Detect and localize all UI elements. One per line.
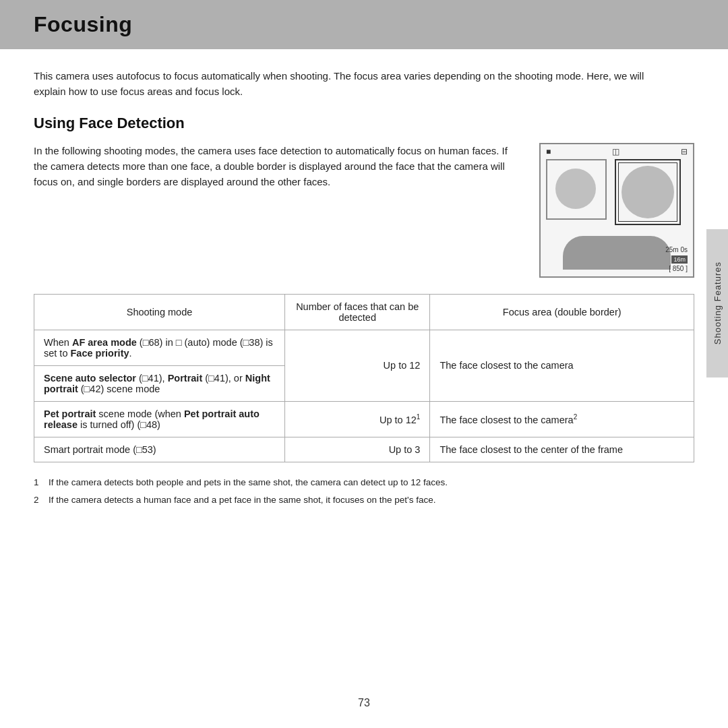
lcd-top-bar: ■ ◫ ⊟ [541,144,693,159]
lcd-shots: [ 850 ] [665,264,688,274]
table-row: Pet portrait scene mode (when Pet portra… [34,401,694,437]
intro-paragraph: This camera uses autofocus to focus auto… [34,68,654,100]
face-detection-table: Shooting mode Number of faces that can b… [34,294,694,462]
bold-af-area: AF area mode [72,337,137,348]
lcd-bottom-info: 25m 0s 16m [ 850 ] [665,245,688,274]
focus-area-cell-2: The face closest to the camera2 [430,401,694,437]
footnote-num-2: 2 [34,493,44,508]
sidebar-label-text: Shooting Features [712,262,723,344]
table-row: Smart portrait mode (□53) Up to 3 The fa… [34,437,694,462]
lcd-camera-icon: ■ [546,147,551,156]
bold-portrait: Portrait [168,373,203,384]
faces-count-cell-1: Up to 12 [285,330,430,401]
footnotes-section: 1 If the camera detects both people and … [34,476,694,508]
footnote-text-1: If the camera detects both people and pe… [49,476,448,490]
col-header-shooting-mode: Shooting mode [34,294,285,330]
main-content: This camera uses autofocus to focus auto… [0,49,728,525]
table-row: When AF area mode (□68) in □ (auto) mode… [34,330,694,365]
footnote-2: 2 If the camera detects a human face and… [34,493,654,508]
page-number: 73 [358,697,370,709]
sidebar-label: Shooting Features [706,229,728,377]
bold-pet-portrait: Pet portrait [44,408,96,419]
lcd-resolution: 16m [671,255,688,264]
face-detection-text: In the following shooting modes, the cam… [34,143,519,190]
lcd-time: 25m 0s [665,245,688,255]
shooting-mode-cell-2: Scene auto selector (□41), Portrait (□41… [34,365,285,401]
lcd-single-border [546,159,607,220]
faces-count-cell-2: Up to 121 [285,401,430,437]
shooting-mode-cell-3: Pet portrait scene mode (when Pet portra… [34,401,285,437]
table-header-row: Shooting mode Number of faces that can b… [34,294,694,330]
face-detection-section: In the following shooting modes, the cam… [34,143,694,278]
page-title: Focusing [34,12,694,37]
header-bar: Focusing [0,0,728,49]
lcd-battery-icon: ⊟ [681,147,688,156]
lcd-double-border-outer [615,159,681,225]
col-header-focus: Focus area (double border) [430,294,694,330]
focus-area-cell-1: The face closest to the camera [430,330,694,401]
footnote-1: 1 If the camera detects both people and … [34,476,654,490]
camera-lcd-image: ■ ◫ ⊟ 25m 0s [539,143,694,278]
footnote-num-1: 1 [34,476,44,490]
col-header-faces: Number of faces that can be detected [285,294,430,330]
faces-count-cell-3: Up to 3 [285,437,430,462]
bold-face-priority: Face priority [71,348,129,359]
focus-area-cell-3: The face closest to the center of the fr… [430,437,694,462]
footnote-text-2: If the camera detects a human face and a… [49,493,435,508]
lcd-flash-icon: ◫ [612,147,619,156]
shooting-mode-cell-4: Smart portrait mode (□53) [34,437,285,462]
page-container: Focusing This camera uses autofocus to f… [0,0,728,728]
section-title: Using Face Detection [34,115,694,132]
bold-scene-auto: Scene auto selector [44,373,136,384]
shooting-mode-cell-1: When AF area mode (□68) in □ (auto) mode… [34,330,285,365]
